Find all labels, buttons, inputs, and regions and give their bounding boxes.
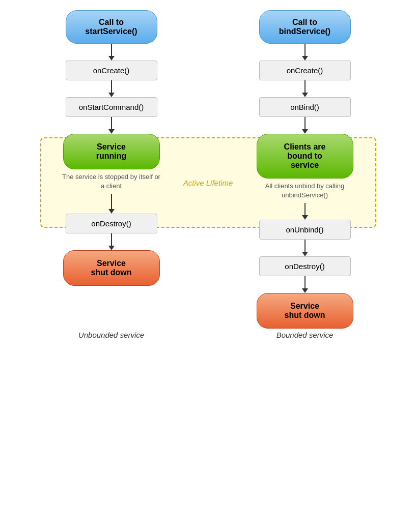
arrow-line xyxy=(111,80,112,93)
oncreate-right-box: onCreate() xyxy=(259,61,351,80)
arrow-line xyxy=(304,44,306,56)
two-columns: Call to startService() onCreate() onStar… xyxy=(15,10,402,329)
arrow-2-right xyxy=(300,80,310,97)
oncreate-left-box: onCreate() xyxy=(66,61,157,80)
clients-bound-box: Clients are bound to service xyxy=(257,134,353,179)
clients-bound-label: Clients are bound to service xyxy=(284,142,326,169)
left-caption-col: Unbounded service xyxy=(40,331,183,340)
onunbind-label: onUnbind() xyxy=(286,225,323,234)
arrow-line xyxy=(304,117,306,129)
left-column: Call to startService() onCreate() onStar… xyxy=(40,10,183,286)
ondestroy-right-label: onDestroy() xyxy=(285,262,324,271)
captions-row: Unbounded service Bounded service xyxy=(15,331,402,340)
service-shutdown-left-label: Service shut down xyxy=(91,259,132,277)
arrow-head xyxy=(108,209,115,214)
arrow-line xyxy=(111,117,112,129)
ondestroy-left-label: onDestroy() xyxy=(91,219,131,228)
arrow-line xyxy=(304,276,306,288)
arrow-line xyxy=(304,80,306,93)
arrow-head xyxy=(302,93,308,97)
onstartcommand-box: onStartCommand() xyxy=(66,97,157,117)
onstartcommand-label: onStartCommand() xyxy=(79,103,144,111)
diagram-container: Active Lifetime Call to startService() o… xyxy=(15,10,402,340)
right-caption: Bounded service xyxy=(276,331,334,339)
arrow-4-left xyxy=(106,194,117,214)
arrow-line xyxy=(111,44,112,56)
arrow-6-right xyxy=(300,276,310,293)
arrow-5-right xyxy=(300,240,310,256)
service-shutdown-right-label: Service shut down xyxy=(285,302,325,319)
service-running-box: Service running xyxy=(63,134,160,169)
arrow-1-left xyxy=(106,44,117,61)
arrow-head xyxy=(302,288,308,293)
arrow-line xyxy=(111,194,112,209)
arrow-line xyxy=(111,233,112,246)
arrow-head xyxy=(108,129,115,134)
arrow-5-left xyxy=(106,233,117,250)
arrow-head xyxy=(302,56,308,61)
bind-service-label: Call to bindService() xyxy=(279,18,330,36)
arrow-head xyxy=(108,56,115,61)
right-column: Call to bindService() onCreate() onBind(… xyxy=(234,10,376,329)
service-running-note: The service is stopped by itself or a cl… xyxy=(61,172,162,191)
arrow-line xyxy=(304,203,306,215)
ondestroy-left-box: onDestroy() xyxy=(66,214,157,233)
arrow-3-right xyxy=(300,117,310,134)
oncreate-right-label: onCreate() xyxy=(287,66,323,75)
arrow-2-left xyxy=(106,80,117,97)
start-service-box: Call to startService() xyxy=(66,10,157,44)
arrow-head xyxy=(302,129,308,134)
arrow-3-left xyxy=(106,117,117,134)
start-service-label: Call to startService() xyxy=(85,18,137,36)
arrow-head xyxy=(302,252,308,256)
arrow-line xyxy=(304,240,306,252)
oncreate-left-label: onCreate() xyxy=(93,66,130,75)
service-shutdown-left-box: Service shut down xyxy=(63,250,160,286)
arrow-4-right xyxy=(300,203,310,220)
onbind-box: onBind() xyxy=(259,97,351,117)
service-shutdown-right-box: Service shut down xyxy=(257,293,353,329)
service-running-label: Service running xyxy=(96,142,127,160)
onbind-label: onBind() xyxy=(290,103,319,111)
onunbind-box: onUnbind() xyxy=(259,220,351,240)
arrow-1-right xyxy=(300,44,310,61)
left-caption: Unbounded service xyxy=(78,331,144,339)
bind-service-box: Call to bindService() xyxy=(259,10,351,44)
clients-bound-note: All clients unbind by calling unbindServ… xyxy=(254,182,356,200)
ondestroy-right-box: onDestroy() xyxy=(259,256,351,276)
right-caption-col: Bounded service xyxy=(234,331,376,340)
arrow-head xyxy=(302,215,308,220)
arrow-head xyxy=(108,246,115,250)
arrow-head xyxy=(108,93,115,97)
